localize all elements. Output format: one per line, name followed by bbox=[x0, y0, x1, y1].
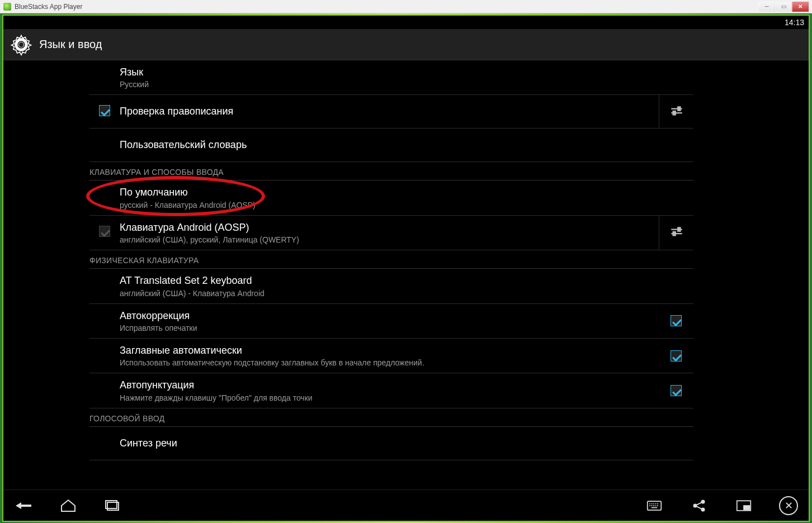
section-voice-input: ГОЛОСОВОЙ ВВОД bbox=[89, 408, 693, 427]
row-spellcheck[interactable]: Проверка правописания bbox=[89, 95, 693, 129]
window-title: BlueStacks App Player bbox=[15, 3, 82, 11]
row-title: Заглавные автоматически bbox=[120, 344, 659, 357]
emulator-viewport: 14:13 Язык и ввод Язык Русский Проверка … bbox=[2, 15, 810, 522]
row-title: Синтез речи bbox=[120, 437, 693, 450]
row-title: Проверка правописания bbox=[120, 105, 659, 118]
checkbox-autocorrect[interactable] bbox=[671, 315, 682, 326]
checkbox-autopunct[interactable] bbox=[671, 385, 682, 396]
nav-home-button[interactable] bbox=[56, 493, 81, 518]
row-subtitle: русский - Клавиатура Android (AOSP) bbox=[120, 201, 693, 210]
nav-share-button[interactable] bbox=[687, 493, 711, 518]
nav-recents-button[interactable] bbox=[101, 493, 125, 518]
row-subtitle: Русский bbox=[120, 80, 693, 89]
row-title: По умолчанию bbox=[120, 186, 693, 199]
clock: 14:13 bbox=[785, 18, 804, 27]
nav-back-button[interactable] bbox=[11, 493, 36, 518]
aosp-settings-button[interactable] bbox=[659, 216, 693, 250]
row-default-keyboard[interactable]: По умолчанию русский - Клавиатура Androi… bbox=[89, 180, 693, 215]
row-subtitle: английский (США), русский, Латиница (QWE… bbox=[120, 235, 659, 244]
svg-rect-6 bbox=[673, 232, 675, 236]
settings-action-bar[interactable]: Язык и ввод bbox=[3, 29, 809, 60]
row-physical-keyboard[interactable]: AT Translated Set 2 keyboard английский … bbox=[89, 269, 693, 303]
minimize-button[interactable]: ─ bbox=[758, 2, 775, 12]
window-controls: ─ ▭ ✕ bbox=[758, 2, 809, 12]
row-aosp-keyboard[interactable]: Клавиатура Android (AOSP) английский (СШ… bbox=[89, 216, 693, 250]
bluestacks-logo-icon bbox=[3, 3, 11, 11]
spellcheck-settings-button[interactable] bbox=[659, 95, 693, 128]
checkbox-aosp bbox=[99, 226, 110, 237]
row-user-dictionary[interactable]: Пользовательский словарь bbox=[89, 129, 693, 162]
svg-rect-4 bbox=[673, 111, 675, 115]
row-title: Язык bbox=[120, 66, 693, 79]
svg-rect-5 bbox=[678, 228, 680, 232]
row-subtitle: английский (США) - Клавиатура Android bbox=[120, 289, 693, 298]
nav-keyboard-button[interactable] bbox=[642, 493, 667, 518]
sliders-icon bbox=[669, 225, 684, 240]
svg-line-24 bbox=[696, 502, 702, 505]
row-title: Клавиатура Android (AOSP) bbox=[120, 221, 659, 234]
row-autocap[interactable]: Заглавные автоматически Использовать авт… bbox=[89, 339, 693, 373]
window-titlebar: BlueStacks App Player ─ ▭ ✕ bbox=[0, 0, 812, 13]
section-physical-keyboard: ФИЗИЧЕСКАЯ КЛАВИАТУРА bbox=[89, 250, 693, 269]
close-icon: ✕ bbox=[779, 496, 798, 515]
svg-rect-27 bbox=[744, 506, 750, 510]
checkbox-autocap[interactable] bbox=[671, 350, 682, 362]
row-title: Автокоррекция bbox=[120, 310, 659, 322]
row-subtitle: Исправлять опечатки bbox=[120, 324, 659, 332]
close-button[interactable]: ✕ bbox=[792, 2, 809, 12]
row-language[interactable]: Язык Русский bbox=[89, 60, 693, 95]
nav-close-button[interactable]: ✕ bbox=[776, 493, 801, 518]
maximize-button[interactable]: ▭ bbox=[775, 2, 792, 12]
row-autocorrect[interactable]: Автокоррекция Исправлять опечатки bbox=[89, 304, 693, 339]
row-subtitle: Нажмите дважды клавишу "Пробел" для ввод… bbox=[120, 393, 659, 402]
row-autopunct[interactable]: Автопунктуация Нажмите дважды клавишу "П… bbox=[89, 373, 693, 408]
android-nav-bar: ✕ bbox=[3, 489, 809, 521]
android-status-bar: 14:13 bbox=[3, 16, 809, 29]
settings-content: Язык Русский Проверка правописания Польз… bbox=[3, 60, 809, 489]
row-title: Пользовательский словарь bbox=[120, 139, 693, 151]
row-title: AT Translated Set 2 keyboard bbox=[120, 274, 693, 287]
sliders-icon bbox=[669, 104, 684, 119]
page-title: Язык и ввод bbox=[39, 38, 102, 51]
checkbox-spellcheck[interactable] bbox=[99, 105, 110, 116]
nav-fullscreen-button[interactable] bbox=[731, 493, 756, 518]
row-tts[interactable]: Синтез речи bbox=[89, 427, 693, 460]
section-keyboard: КЛАВИАТУРА И СПОСОБЫ ВВОДА bbox=[89, 162, 693, 180]
svg-rect-3 bbox=[678, 107, 680, 111]
row-title: Автопунктуация bbox=[120, 379, 659, 392]
svg-line-25 bbox=[696, 506, 702, 508]
settings-gear-icon bbox=[10, 34, 32, 56]
svg-point-2 bbox=[19, 42, 23, 46]
row-subtitle: Использовать автоматическую подстановку … bbox=[120, 358, 659, 367]
